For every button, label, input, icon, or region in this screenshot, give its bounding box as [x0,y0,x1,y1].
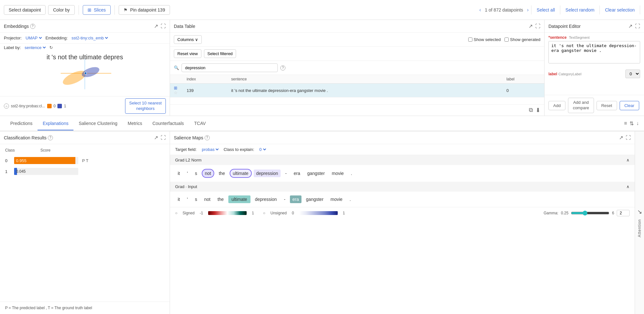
classification-fullscreen-icon[interactable]: ⛶ [161,135,166,141]
legend-label-1: 1 [64,104,66,108]
editor-actions: Add Add and compare Reset Clear [545,95,644,116]
search-input[interactable] [182,63,278,72]
col-pin [170,75,183,84]
classification-expand-icon[interactable]: ↗ [154,135,158,141]
class-explain-select[interactable]: 0 1 [258,147,267,152]
select-all-button[interactable]: Select all [531,5,560,14]
token-it: it [175,169,182,177]
reset-button[interactable]: Reset [597,101,617,110]
pin-icon[interactable]: ⊞ [174,86,177,90]
grad-input-section: Grad · Input ∧ it ' s not the ultimate d… [170,182,635,207]
tab-predictions[interactable]: Predictions [5,117,38,130]
star-icon[interactable]: ☆ [174,90,178,95]
signed-min: -1 [200,211,203,215]
token-depression: depression [254,169,281,177]
gamma-slider[interactable] [571,211,609,216]
gamma-min-val: 0.25 [561,211,568,215]
clear-selection-button[interactable]: Clear selection [599,5,640,14]
editor-panel: Datapoint Editor ↗ ⛶ *sentence TextSegme… [545,20,644,116]
reset-view-button[interactable]: Reset view [174,49,201,58]
select-datapoint-button[interactable]: Select datapoint [4,5,46,15]
editor-sentence-field: *sentence TextSegment it 's not the ulti… [545,33,644,67]
embeddings-fullscreen-icon[interactable]: ⛶ [161,23,166,29]
embeddings-expand-icon[interactable]: ↗ [154,23,158,29]
embedding-select[interactable]: sst2-tiny:cls_emb [70,35,109,41]
grad-l2-collapse-icon[interactable]: ∧ [626,158,630,162]
editor-fullscreen-icon[interactable]: ⛶ [635,23,640,29]
projector-select[interactable]: UMAP [24,35,43,41]
embeddings-info-icon[interactable]: ? [30,24,35,29]
legend-info-icon[interactable]: ○ [4,103,9,109]
gi-token-period: . [347,195,353,203]
unsigned-max: 1 [343,211,345,215]
bottom-section: Predictions Explanations Salience Cluste… [0,116,644,314]
tab-salience-clustering[interactable]: Salience Clustering [73,117,123,130]
target-field-select[interactable]: probas [200,147,220,152]
token-apos: ' [184,169,191,177]
label-by-select[interactable]: sentence [23,45,47,50]
gi-token-ultimate: ultimate [228,195,250,203]
clear-button[interactable]: Clear [620,101,639,110]
legend-model: sst2-tiny:probas:cl... [11,104,45,108]
tab-counterfactuals[interactable]: Counterfactuals [147,117,189,130]
show-selected-input[interactable] [468,37,472,42]
search-info-icon[interactable]: ? [280,65,285,70]
show-selected-checkbox[interactable]: Show selected [468,37,501,42]
attention-label[interactable]: Attention [637,219,642,237]
select-filtered-button[interactable]: Select filtered [204,49,236,58]
tab-explanations[interactable]: Explanations [38,117,73,130]
gamma-input[interactable] [617,210,630,216]
grad-l2-title: Grad L2 Norm [175,158,201,162]
classification-info-icon[interactable]: ? [48,135,53,140]
tab-metrics[interactable]: Metrics [123,117,147,130]
color-by-button[interactable]: Color by [48,5,74,15]
grad-input-collapse-icon[interactable]: ∧ [626,184,630,189]
show-generated-input[interactable] [504,37,509,42]
add-button[interactable]: Add [548,101,565,110]
tab-icons: ≡ ⇅ ↓ [624,120,639,127]
attention-panel: ↘ Attention [635,131,644,314]
add-compare-button[interactable]: Add and compare [568,98,594,113]
tab-menu-icon[interactable]: ≡ [624,120,627,126]
show-generated-checkbox[interactable]: Show generated [504,37,540,42]
datatable-expand-icon[interactable]: ↗ [529,23,533,29]
copy-icon[interactable]: ⧉ [529,107,533,114]
select-random-button[interactable]: Select random [560,5,599,14]
salience-info-icon[interactable]: ? [205,135,210,140]
sentence-textarea[interactable]: it 's not the ultimate depression-era ga… [548,41,640,63]
gi-token-the: the [215,195,226,203]
attention-arrow-icon[interactable]: ↘ [637,208,642,215]
unsigned-circle-icon: ○ [263,211,265,215]
tab-tcav[interactable]: TCAV [189,117,211,130]
svg-point-4 [84,72,87,74]
table-container: index sentence label ⊞ ☆ 139 it 's [170,75,544,104]
label-select[interactable]: 0 1 [625,70,640,78]
pin-datapoint-button[interactable]: ⚑ Pin datapoint 139 [119,5,170,15]
tab-download-icon[interactable]: ↓ [636,120,639,126]
slices-button[interactable]: ⊞ Slices [83,5,111,15]
salience-fullscreen-icon[interactable]: ⛶ [626,135,631,141]
legend-color-1 [57,104,62,108]
grad-input-header[interactable]: Grad · Input ∧ [170,182,635,192]
tab-sort-icon[interactable]: ⇅ [630,120,634,127]
grad-l2-section: Grad L2 Norm ∧ it ' s not the ultimate d… [170,155,635,182]
editor-expand-icon[interactable]: ↗ [628,23,632,29]
top-bar-left: Select datapoint Color by ⊞ Slices ⚑ Pin… [4,5,477,15]
score-text-0: 0.955 [16,158,27,163]
label-field-row: label CategoryLabel 0 1 [545,67,644,81]
score-bar-container-1: 0.045 [14,168,78,175]
nav-next-arrow[interactable]: › [527,7,529,13]
columns-button[interactable]: Columns ∨ [174,35,202,44]
row-label: 0 [503,84,544,97]
salience-expand-icon[interactable]: ↗ [619,135,623,141]
grad-l2-header[interactable]: Grad L2 Norm ∧ [170,155,635,165]
table-row[interactable]: ⊞ ☆ 139 it 's not the ultimate depressio… [170,84,544,97]
select-neighbors-button[interactable]: Select 10 nearest neighbors [125,98,166,114]
embeddings-canvas: it 's not the ultimate depres [0,50,170,96]
datatable-fullscreen-icon[interactable]: ⛶ [535,23,540,29]
legend-label-0: 0 [54,104,56,108]
download-icon[interactable]: ⬇ [536,107,540,114]
refresh-icon[interactable]: ↻ [49,45,53,50]
svg-point-2 [61,68,88,88]
class-label-0: 0 [5,158,12,163]
